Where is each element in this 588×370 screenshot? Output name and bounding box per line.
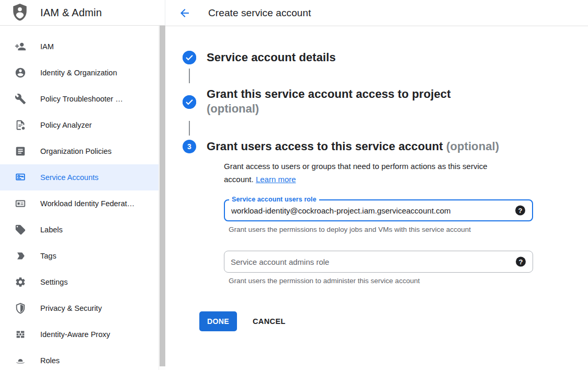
sidebar-item-label: Privacy & Security (40, 304, 102, 312)
shield-half-icon (14, 302, 27, 315)
sidebar-item-label: Organization Policies (40, 147, 111, 155)
step-3-description: Grant access to users or groups that nee… (224, 160, 515, 186)
wrench-icon (14, 93, 27, 105)
step-2-completed-check-icon (183, 95, 196, 109)
sidebar-item-service-accounts[interactable]: Service Accounts (0, 164, 165, 190)
step-3-optional-label: (optional) (446, 140, 499, 153)
sidebar-item-privacy-security[interactable]: Privacy & Security (0, 295, 165, 321)
sidebar-item-policy-troubleshooter[interactable]: Policy Troubleshooter … (0, 86, 165, 112)
sidebar-item-settings[interactable]: Settings (0, 269, 165, 295)
sidebar-item-label: Roles (40, 356, 60, 365)
sidebar-scrollbar[interactable] (159, 26, 165, 370)
step-3-form: Grant access to users or groups that nee… (224, 160, 588, 285)
person-add-icon (14, 40, 27, 53)
service-account-users-role-field: Service account users role ? (224, 199, 533, 221)
document-gear-icon (14, 119, 27, 131)
hat-icon (14, 354, 27, 367)
iam-admin-shield-logo-icon (10, 2, 29, 23)
sidebar: IAM & Admin IAM Identity & Organization (0, 0, 165, 370)
sidebar-item-label: Identity & Organization (40, 69, 117, 77)
article-icon (14, 145, 27, 158)
sidebar-item-label: Tags (40, 252, 56, 260)
service-account-key-icon (14, 171, 27, 184)
sidebar-item-labels[interactable]: Labels (0, 217, 165, 243)
sidebar-item-policy-analyzer[interactable]: Policy Analyzer (0, 112, 165, 138)
label-important-icon (14, 250, 27, 262)
main-panel: Create service account Service account d… (165, 0, 588, 370)
sidebar-scrollbar-thumb[interactable] (160, 26, 165, 366)
sidebar-item-label: Labels (40, 226, 63, 234)
sidebar-item-label: Identity-Aware Proxy (40, 330, 110, 339)
sidebar-title: IAM & Admin (40, 7, 102, 19)
sidebar-item-identity-organization[interactable]: Identity & Organization (0, 60, 165, 86)
sidebar-item-identity-aware-proxy[interactable]: Identity-Aware Proxy (0, 321, 165, 347)
sidebar-item-organization-policies[interactable]: Organization Policies (0, 138, 165, 164)
sidebar-item-label: Settings (40, 278, 67, 286)
help-icon[interactable]: ? (515, 206, 525, 216)
sidebar-item-roles[interactable]: Roles (0, 347, 165, 370)
sidebar-item-label: Service Accounts (40, 173, 98, 182)
step-3-title: Grant users access to this service accou… (207, 140, 499, 153)
step-2-title: Grant this service account access to pro… (207, 87, 451, 101)
tag-icon (14, 223, 27, 236)
stepper: Service account details Grant this servi… (165, 26, 588, 331)
admins-role-helper-text: Grant users the permission to administer… (229, 277, 588, 285)
learn-more-link[interactable]: Learn more (256, 175, 296, 184)
done-button[interactable]: DONE (199, 311, 237, 331)
step-2-row: Grant this service account access to pro… (183, 87, 588, 117)
sidebar-item-tags[interactable]: Tags (0, 243, 165, 269)
page-header: Create service account (165, 0, 588, 26)
badge-card-icon (14, 197, 27, 210)
sidebar-item-iam[interactable]: IAM (0, 33, 165, 60)
step-3-title-text: Grant users access to this service accou… (207, 140, 443, 153)
step-1-row: Service account details (183, 51, 588, 64)
sidebar-nav: IAM Identity & Organization Policy Troub… (0, 26, 165, 370)
step-3-number-badge: 3 (183, 140, 196, 153)
step-connector (189, 121, 190, 136)
service-account-admins-role-field: ? (224, 251, 533, 273)
sidebar-item-label: Workload Identity Federat… (40, 199, 134, 208)
service-account-users-role-label: Service account users role (229, 196, 319, 203)
account-circle-icon (14, 66, 27, 79)
sidebar-item-label: Policy Troubleshooter … (40, 95, 123, 103)
sidebar-header: IAM & Admin (0, 0, 165, 26)
step-connector (189, 69, 190, 83)
step-3-row: 3 Grant users access to this service acc… (183, 140, 588, 153)
service-account-admins-role-input[interactable] (224, 251, 533, 272)
sidebar-item-label: IAM (40, 42, 54, 51)
step-1-title: Service account details (207, 51, 336, 64)
sidebar-item-workload-identity-federation[interactable]: Workload Identity Federat… (0, 190, 165, 217)
arrow-back-icon[interactable] (178, 7, 191, 19)
app-window: IAM & Admin IAM Identity & Organization (0, 0, 588, 370)
help-icon[interactable]: ? (516, 257, 526, 267)
sidebar-item-label: Policy Analyzer (40, 121, 92, 129)
step-2-optional-label: (optional) (207, 101, 451, 117)
users-role-helper-text: Grant users the permissions to deploy jo… (229, 226, 588, 234)
proxy-blocks-icon (14, 328, 27, 341)
step-1-completed-check-icon (183, 51, 196, 64)
page-title: Create service account (208, 7, 311, 19)
step-3-number: 3 (187, 142, 191, 151)
cancel-button[interactable]: CANCEL (253, 317, 286, 326)
service-account-users-role-input[interactable] (225, 200, 532, 220)
gear-icon (14, 276, 27, 288)
form-actions: DONE CANCEL (199, 311, 588, 331)
